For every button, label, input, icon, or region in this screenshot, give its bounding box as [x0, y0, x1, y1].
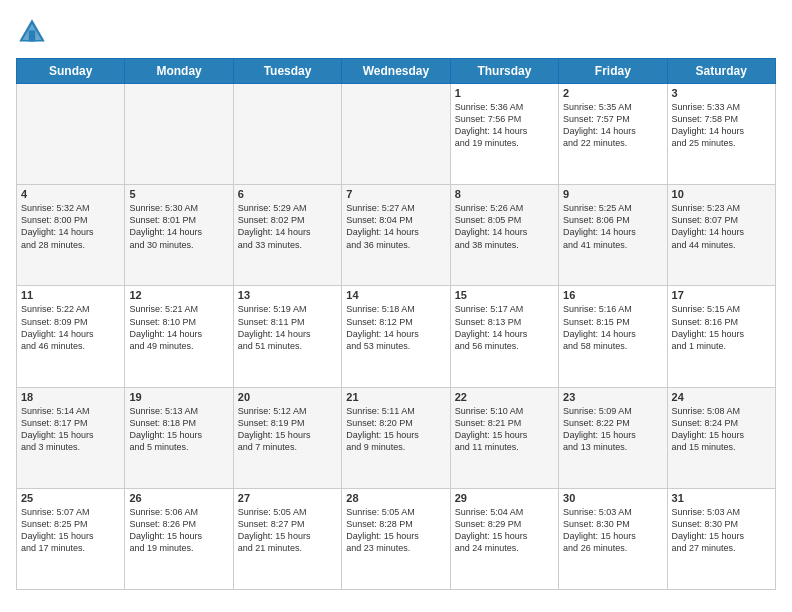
- day-info: Sunrise: 5:10 AMSunset: 8:21 PMDaylight:…: [455, 405, 554, 454]
- day-info: Sunrise: 5:09 AMSunset: 8:22 PMDaylight:…: [563, 405, 662, 454]
- calendar-day-cell: 26Sunrise: 5:06 AMSunset: 8:26 PMDayligh…: [125, 488, 233, 589]
- day-number: 28: [346, 492, 445, 504]
- svg-rect-2: [29, 30, 35, 41]
- calendar-day-cell: [125, 84, 233, 185]
- day-info: Sunrise: 5:03 AMSunset: 8:30 PMDaylight:…: [563, 506, 662, 555]
- day-info: Sunrise: 5:22 AMSunset: 8:09 PMDaylight:…: [21, 303, 120, 352]
- calendar-day-header: Tuesday: [233, 59, 341, 84]
- day-number: 17: [672, 289, 771, 301]
- day-number: 5: [129, 188, 228, 200]
- day-info: Sunrise: 5:13 AMSunset: 8:18 PMDaylight:…: [129, 405, 228, 454]
- day-info: Sunrise: 5:04 AMSunset: 8:29 PMDaylight:…: [455, 506, 554, 555]
- day-info: Sunrise: 5:03 AMSunset: 8:30 PMDaylight:…: [672, 506, 771, 555]
- calendar-day-cell: 9Sunrise: 5:25 AMSunset: 8:06 PMDaylight…: [559, 185, 667, 286]
- day-number: 23: [563, 391, 662, 403]
- day-info: Sunrise: 5:11 AMSunset: 8:20 PMDaylight:…: [346, 405, 445, 454]
- calendar-day-cell: 16Sunrise: 5:16 AMSunset: 8:15 PMDayligh…: [559, 286, 667, 387]
- day-number: 12: [129, 289, 228, 301]
- day-number: 31: [672, 492, 771, 504]
- calendar-day-cell: 21Sunrise: 5:11 AMSunset: 8:20 PMDayligh…: [342, 387, 450, 488]
- day-number: 22: [455, 391, 554, 403]
- calendar-day-cell: [17, 84, 125, 185]
- calendar-day-cell: 11Sunrise: 5:22 AMSunset: 8:09 PMDayligh…: [17, 286, 125, 387]
- day-info: Sunrise: 5:33 AMSunset: 7:58 PMDaylight:…: [672, 101, 771, 150]
- calendar-day-header: Monday: [125, 59, 233, 84]
- day-number: 7: [346, 188, 445, 200]
- header: [16, 16, 776, 48]
- day-number: 26: [129, 492, 228, 504]
- calendar-day-cell: [233, 84, 341, 185]
- calendar-day-header: Saturday: [667, 59, 775, 84]
- day-info: Sunrise: 5:12 AMSunset: 8:19 PMDaylight:…: [238, 405, 337, 454]
- day-info: Sunrise: 5:14 AMSunset: 8:17 PMDaylight:…: [21, 405, 120, 454]
- day-number: 6: [238, 188, 337, 200]
- day-info: Sunrise: 5:29 AMSunset: 8:02 PMDaylight:…: [238, 202, 337, 251]
- calendar-day-cell: 19Sunrise: 5:13 AMSunset: 8:18 PMDayligh…: [125, 387, 233, 488]
- day-number: 20: [238, 391, 337, 403]
- day-number: 21: [346, 391, 445, 403]
- day-number: 25: [21, 492, 120, 504]
- day-info: Sunrise: 5:06 AMSunset: 8:26 PMDaylight:…: [129, 506, 228, 555]
- calendar-table: SundayMondayTuesdayWednesdayThursdayFrid…: [16, 58, 776, 590]
- day-info: Sunrise: 5:27 AMSunset: 8:04 PMDaylight:…: [346, 202, 445, 251]
- day-info: Sunrise: 5:25 AMSunset: 8:06 PMDaylight:…: [563, 202, 662, 251]
- day-info: Sunrise: 5:32 AMSunset: 8:00 PMDaylight:…: [21, 202, 120, 251]
- calendar-day-cell: 15Sunrise: 5:17 AMSunset: 8:13 PMDayligh…: [450, 286, 558, 387]
- calendar-week-row: 1Sunrise: 5:36 AMSunset: 7:56 PMDaylight…: [17, 84, 776, 185]
- calendar-day-cell: 27Sunrise: 5:05 AMSunset: 8:27 PMDayligh…: [233, 488, 341, 589]
- calendar-day-header: Friday: [559, 59, 667, 84]
- day-info: Sunrise: 5:19 AMSunset: 8:11 PMDaylight:…: [238, 303, 337, 352]
- calendar-day-cell: 25Sunrise: 5:07 AMSunset: 8:25 PMDayligh…: [17, 488, 125, 589]
- page: SundayMondayTuesdayWednesdayThursdayFrid…: [0, 0, 792, 612]
- calendar-day-cell: 17Sunrise: 5:15 AMSunset: 8:16 PMDayligh…: [667, 286, 775, 387]
- day-info: Sunrise: 5:26 AMSunset: 8:05 PMDaylight:…: [455, 202, 554, 251]
- day-number: 9: [563, 188, 662, 200]
- calendar-week-row: 25Sunrise: 5:07 AMSunset: 8:25 PMDayligh…: [17, 488, 776, 589]
- day-number: 18: [21, 391, 120, 403]
- day-info: Sunrise: 5:05 AMSunset: 8:27 PMDaylight:…: [238, 506, 337, 555]
- day-number: 24: [672, 391, 771, 403]
- day-info: Sunrise: 5:08 AMSunset: 8:24 PMDaylight:…: [672, 405, 771, 454]
- calendar-day-cell: 18Sunrise: 5:14 AMSunset: 8:17 PMDayligh…: [17, 387, 125, 488]
- calendar-day-header: Wednesday: [342, 59, 450, 84]
- logo-icon: [16, 16, 48, 48]
- day-number: 29: [455, 492, 554, 504]
- calendar-day-cell: 6Sunrise: 5:29 AMSunset: 8:02 PMDaylight…: [233, 185, 341, 286]
- calendar-day-cell: 24Sunrise: 5:08 AMSunset: 8:24 PMDayligh…: [667, 387, 775, 488]
- calendar-day-header: Sunday: [17, 59, 125, 84]
- calendar-week-row: 4Sunrise: 5:32 AMSunset: 8:00 PMDaylight…: [17, 185, 776, 286]
- calendar-day-cell: 31Sunrise: 5:03 AMSunset: 8:30 PMDayligh…: [667, 488, 775, 589]
- day-info: Sunrise: 5:36 AMSunset: 7:56 PMDaylight:…: [455, 101, 554, 150]
- calendar-day-cell: [342, 84, 450, 185]
- calendar-day-cell: 13Sunrise: 5:19 AMSunset: 8:11 PMDayligh…: [233, 286, 341, 387]
- calendar-week-row: 18Sunrise: 5:14 AMSunset: 8:17 PMDayligh…: [17, 387, 776, 488]
- calendar-day-cell: 7Sunrise: 5:27 AMSunset: 8:04 PMDaylight…: [342, 185, 450, 286]
- day-number: 3: [672, 87, 771, 99]
- calendar-day-header: Thursday: [450, 59, 558, 84]
- calendar-day-cell: 28Sunrise: 5:05 AMSunset: 8:28 PMDayligh…: [342, 488, 450, 589]
- calendar-day-cell: 14Sunrise: 5:18 AMSunset: 8:12 PMDayligh…: [342, 286, 450, 387]
- calendar-day-cell: 10Sunrise: 5:23 AMSunset: 8:07 PMDayligh…: [667, 185, 775, 286]
- day-info: Sunrise: 5:05 AMSunset: 8:28 PMDaylight:…: [346, 506, 445, 555]
- calendar-day-cell: 2Sunrise: 5:35 AMSunset: 7:57 PMDaylight…: [559, 84, 667, 185]
- day-number: 14: [346, 289, 445, 301]
- day-number: 2: [563, 87, 662, 99]
- day-info: Sunrise: 5:35 AMSunset: 7:57 PMDaylight:…: [563, 101, 662, 150]
- day-number: 10: [672, 188, 771, 200]
- calendar-week-row: 11Sunrise: 5:22 AMSunset: 8:09 PMDayligh…: [17, 286, 776, 387]
- calendar-day-cell: 23Sunrise: 5:09 AMSunset: 8:22 PMDayligh…: [559, 387, 667, 488]
- calendar-day-cell: 3Sunrise: 5:33 AMSunset: 7:58 PMDaylight…: [667, 84, 775, 185]
- calendar-day-cell: 5Sunrise: 5:30 AMSunset: 8:01 PMDaylight…: [125, 185, 233, 286]
- day-number: 27: [238, 492, 337, 504]
- day-info: Sunrise: 5:16 AMSunset: 8:15 PMDaylight:…: [563, 303, 662, 352]
- calendar-day-cell: 12Sunrise: 5:21 AMSunset: 8:10 PMDayligh…: [125, 286, 233, 387]
- calendar-day-cell: 30Sunrise: 5:03 AMSunset: 8:30 PMDayligh…: [559, 488, 667, 589]
- calendar-day-cell: 22Sunrise: 5:10 AMSunset: 8:21 PMDayligh…: [450, 387, 558, 488]
- calendar-day-cell: 20Sunrise: 5:12 AMSunset: 8:19 PMDayligh…: [233, 387, 341, 488]
- day-info: Sunrise: 5:07 AMSunset: 8:25 PMDaylight:…: [21, 506, 120, 555]
- day-number: 16: [563, 289, 662, 301]
- day-number: 19: [129, 391, 228, 403]
- day-info: Sunrise: 5:15 AMSunset: 8:16 PMDaylight:…: [672, 303, 771, 352]
- calendar-day-cell: 4Sunrise: 5:32 AMSunset: 8:00 PMDaylight…: [17, 185, 125, 286]
- calendar-day-cell: 29Sunrise: 5:04 AMSunset: 8:29 PMDayligh…: [450, 488, 558, 589]
